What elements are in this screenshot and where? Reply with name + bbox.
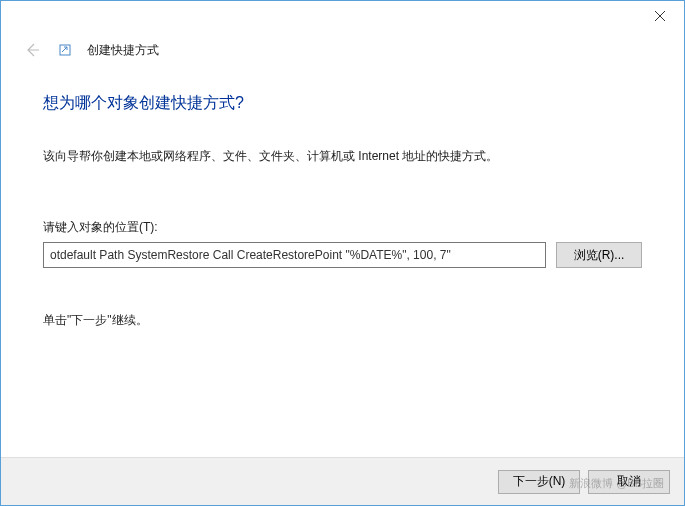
location-label: 请键入对象的位置(T): bbox=[43, 219, 642, 236]
browse-button[interactable]: 浏览(R)... bbox=[556, 242, 642, 268]
back-arrow-icon bbox=[24, 42, 40, 58]
wizard-header: 创建快捷方式 bbox=[1, 31, 684, 65]
location-input[interactable] bbox=[43, 242, 546, 268]
next-button[interactable]: 下一步(N) bbox=[498, 470, 580, 494]
back-button bbox=[21, 39, 43, 61]
cancel-button[interactable]: 取消 bbox=[588, 470, 670, 494]
page-title: 想为哪个对象创建快捷方式? bbox=[43, 93, 642, 114]
wizard-label: 创建快捷方式 bbox=[87, 42, 159, 59]
shortcut-icon bbox=[57, 42, 73, 58]
close-icon bbox=[655, 11, 665, 21]
description-text: 该向导帮你创建本地或网络程序、文件、文件夹、计算机或 Internet 地址的快… bbox=[43, 148, 642, 165]
footer-bar: 下一步(N) 取消 bbox=[1, 457, 684, 505]
close-button[interactable] bbox=[638, 2, 682, 30]
continue-text: 单击"下一步"继续。 bbox=[43, 312, 642, 329]
